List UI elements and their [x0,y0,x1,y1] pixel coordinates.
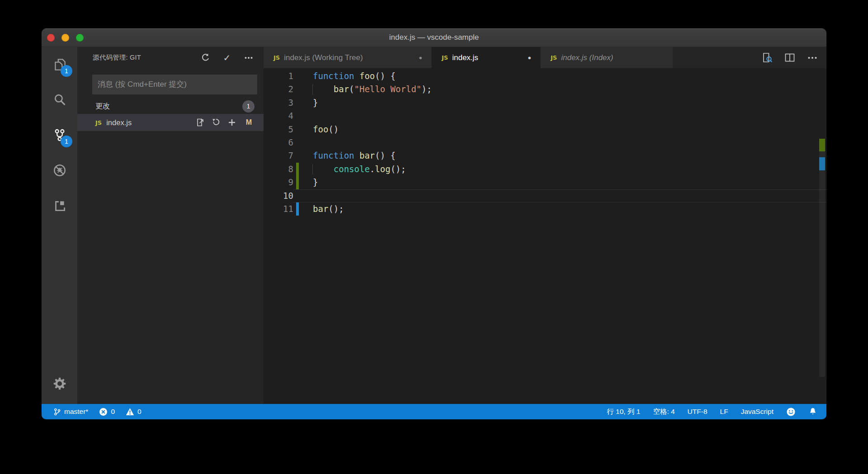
open-file-icon[interactable] [196,118,205,127]
settings-button[interactable] [42,376,77,393]
js-file-icon: JS [551,54,557,61]
status-error[interactable]: 0 [99,408,115,416]
scm-badge: 1 [61,136,72,147]
code-line-6[interactable]: 6 [264,136,826,149]
status-right-item-4[interactable]: JavaScript [741,408,774,416]
code-line-1[interactable]: 1function foo() { [264,70,826,83]
refresh-icon[interactable] [200,53,210,63]
line-number[interactable]: 8 [264,163,293,176]
status-label: 0 [137,408,142,416]
gutter [296,96,301,109]
gear-icon [52,376,67,393]
git-branch-icon [53,408,61,416]
code-text: bar(); [301,202,344,216]
status-label: 0 [111,408,115,416]
line-number[interactable]: 1 [264,70,293,83]
modified-status-badge: M [246,118,252,127]
js-file-icon: JS [95,119,102,126]
code-editor[interactable]: 1function foo() {2 bar("Hello World");3}… [264,68,826,404]
line-number[interactable]: 10 [264,189,293,202]
status-right-item-0[interactable]: 行 10, 列 1 [607,407,640,417]
debug-activity-button[interactable] [42,153,77,188]
status-right: 行 10, 列 1空格: 4UTF-8LFJavaScript [607,407,826,417]
explorer-badge: 1 [61,65,72,77]
code-text: console.log(); [301,163,406,176]
code-line-3[interactable]: 3} [264,96,826,109]
js-file-icon: JS [274,54,280,61]
line-number[interactable]: 11 [264,202,293,216]
smiley-icon[interactable] [786,407,796,417]
zoom-button[interactable] [76,34,84,42]
explorer-activity-button[interactable]: 1 [42,47,77,82]
code-text: } [301,176,318,189]
tab-label: index.js (Working Tree) [284,53,363,62]
line-number[interactable]: 6 [264,136,293,149]
more-editor-actions-icon[interactable] [807,52,818,64]
open-changes-icon[interactable] [761,52,773,64]
window-title: index.js — vscode-sample [42,28,826,47]
code-text: function bar() { [301,149,396,162]
code-line-2[interactable]: 2 bar("Hello World"); [264,83,826,96]
desktop: { "window": { "title": "index.js — vscod… [0,0,868,474]
gutter [296,123,301,136]
more-actions-icon[interactable] [244,53,254,63]
stage-changes-icon[interactable] [227,118,236,127]
status-right-item-2[interactable]: UTF-8 [688,408,708,416]
changed-file-row[interactable]: JS index.js [77,114,264,131]
code-line-9[interactable]: 9} [264,176,826,189]
line-number[interactable]: 3 [264,96,293,109]
status-right-item-1[interactable]: 空格: 4 [653,407,675,417]
changed-file-name: index.js [106,118,195,127]
line-number[interactable]: 9 [264,176,293,189]
tabs-container: JSindex.js (Working Tree)●JSindex.js●JSi… [264,47,673,68]
extensions-activity-button[interactable] [42,188,77,223]
sidebar-header: 源代码管理: GIT ✓ [77,47,264,68]
code-line-10[interactable]: 10 [264,189,826,202]
commit-check-icon[interactable]: ✓ [222,53,232,63]
dirty-indicator-icon[interactable]: ● [521,54,531,61]
code-text [301,136,313,149]
code-line-4[interactable]: 4 [264,109,826,122]
search-activity-button[interactable] [42,82,77,117]
error-icon [99,408,108,416]
js-file-icon: JS [442,54,448,61]
tab-label: index.js (Index) [561,53,613,62]
code-line-5[interactable]: 5foo() [264,123,826,136]
editor-tab-1[interactable]: JSindex.js● [432,47,540,68]
status-warning[interactable]: 0 [126,408,142,416]
line-number[interactable]: 5 [264,123,293,136]
code-text: bar("Hello World"); [301,83,432,96]
changes-section-header[interactable]: 更改 1 [77,99,264,114]
code-line-8[interactable]: 8 console.log(); [264,163,826,176]
editor-group: JSindex.js (Working Tree)●JSindex.js●JSi… [264,47,826,404]
overview-ruler-added-mark [819,139,825,151]
line-number[interactable]: 7 [264,149,293,162]
code-line-7[interactable]: 7function bar() { [264,149,826,162]
code-text: foo() [301,123,339,136]
editor-tab-0[interactable]: JSindex.js (Working Tree)● [264,47,431,68]
close-button[interactable] [47,34,55,42]
status-label: master* [64,408,88,416]
minimize-button[interactable] [61,34,69,42]
code-lines: 1function foo() {2 bar("Hello World");3}… [264,70,826,216]
line-number[interactable]: 4 [264,109,293,122]
discard-changes-icon[interactable] [212,118,221,127]
gutter [296,109,301,122]
status-git-branch[interactable]: master* [53,408,88,416]
search-icon [52,92,67,108]
gutter [296,136,301,149]
vscode-window: index.js — vscode-sample 1 [42,28,826,419]
editor-tab-2[interactable]: JSindex.js (Index) [541,47,673,68]
scrollbar-slider[interactable] [819,139,825,377]
split-editor-icon[interactable] [784,52,796,64]
bell-icon[interactable] [808,407,817,416]
title-bar[interactable]: index.js — vscode-sample [42,28,826,47]
source-control-activity-button[interactable]: 1 [42,117,77,153]
dirty-indicator-icon[interactable]: ● [412,54,422,61]
line-number[interactable]: 2 [264,83,293,96]
status-right-item-3[interactable]: LF [720,408,728,416]
overview-ruler-modified-mark [819,157,825,170]
gutter [296,83,301,96]
code-line-11[interactable]: 11bar(); [264,202,826,216]
commit-message-input[interactable] [92,75,257,94]
